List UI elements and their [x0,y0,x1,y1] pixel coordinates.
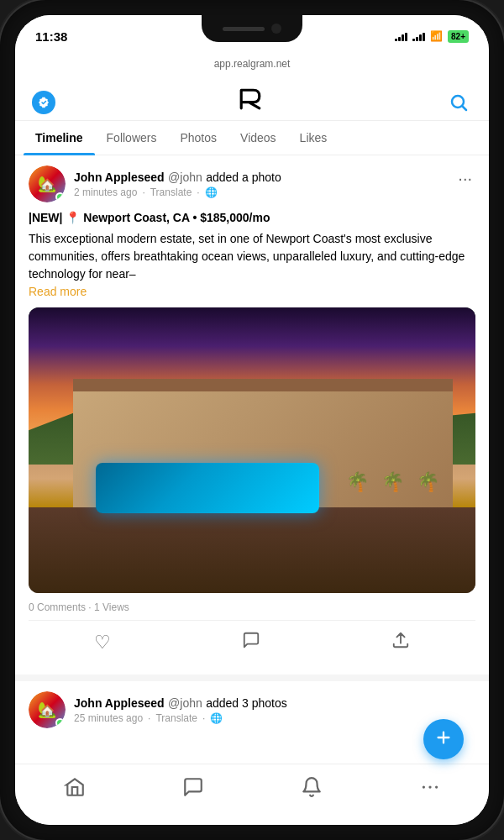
avatar-2: 🏡 [29,691,66,728]
camera-notch [202,15,302,42]
translate-2[interactable]: Translate [155,712,197,724]
post-action-1: added a photo [206,171,281,184]
nav-messages[interactable] [165,773,221,801]
nav-tabs: Timeline Followers Photos Videos Likes [15,121,489,155]
bottom-nav [15,764,489,825]
time-ago-1: 2 minutes ago [74,186,137,198]
camera [271,24,281,34]
meta-dot-2: · [197,186,199,198]
content-line1: |NEW| 📍 Newport Coast, CA • $185,000/mo [29,209,475,227]
like-icon: ♡ [94,632,111,654]
post-2: 🏡 John Appleseed @john added 3 photos 25… [15,681,489,745]
globe-icon-2: 🌐 [210,712,223,724]
post-action-2: added 3 photos [206,696,287,710]
more-options-1[interactable]: ··· [454,165,475,192]
post-1: 🏡 John Appleseed @john added a photo 2 m… [15,155,489,681]
palm-2: 🌴 [381,478,404,493]
content-line2: This exceptional modern estate, set in o… [29,230,475,283]
online-indicator-2 [55,718,65,727]
bar3 [402,34,404,41]
user-handle-1: @john [168,171,202,184]
url-bar: app.realgram.net [15,52,489,77]
user-name-2: John Appleseed [74,696,165,710]
roof [73,379,453,391]
status-icons: 📶 82+ [395,30,469,43]
post-image-1: 🌴 🌴 🌴 [29,307,475,593]
read-more-link[interactable]: Read more [29,285,87,298]
meta-dot-1: · [142,186,144,198]
share-button[interactable] [378,624,423,661]
meta-dot-4: · [202,712,205,724]
url-text: app.realgram.net [214,58,291,70]
post-meta-1: 2 minutes ago · Translate · 🌐 [74,186,281,198]
svg-point-3 [434,785,437,788]
palm-1: 🌴 [346,478,369,493]
app-header [15,77,489,121]
online-indicator-1 [55,192,65,202]
status-time: 11:38 [35,29,67,44]
signal-bars [395,31,407,41]
post-user-1: 🏡 John Appleseed @john added a photo 2 m… [29,165,281,202]
nav-home[interactable] [47,773,102,801]
app-logo [235,84,265,120]
tab-followers[interactable]: Followers [95,121,169,155]
dbar4 [423,33,425,41]
palm-top-3: 🌴 [417,471,439,493]
bar1 [395,39,397,41]
nav-notifications[interactable] [284,773,339,801]
meta-dot-3: · [148,712,150,724]
post-header-2: 🏡 John Appleseed @john added 3 photos 25… [29,691,475,728]
pool [96,463,319,513]
search-button[interactable] [445,89,472,116]
post-meta-2: 25 minutes ago · Translate · 🌐 [74,712,287,724]
compose-icon [434,728,453,751]
palm-trees: 🌴 🌴 🌴 [346,478,439,493]
dbar3 [419,34,422,41]
post-header-1: 🏡 John Appleseed @john added a photo 2 m… [29,165,475,202]
share-icon [391,631,410,654]
user-info-1: John Appleseed @john added a photo 2 min… [74,170,281,198]
battery-badge: 82+ [448,30,469,43]
time-ago-2: 25 minutes ago [74,712,143,724]
bar2 [398,37,401,41]
avatar-1: 🏡 [29,165,66,202]
wifi-icon: 📶 [430,30,443,42]
palm-top-2: 🌴 [381,471,404,493]
user-handle-2: @john [168,696,202,710]
post-stats-1: 0 Comments · 1 Views [29,601,475,613]
globe-icon-1: 🌐 [205,186,218,198]
comment-button[interactable] [228,624,274,661]
user-name-1: John Appleseed [74,171,165,184]
user-info-2: John Appleseed @john added 3 photos 25 m… [74,696,287,724]
user-name-action-1: John Appleseed @john added a photo [74,170,281,185]
bar4 [405,33,407,41]
compose-fab[interactable] [423,719,464,759]
tab-videos[interactable]: Videos [228,121,288,155]
dbar2 [416,37,418,41]
user-name-action-2: John Appleseed @john added 3 photos [74,696,287,711]
svg-point-1 [422,785,424,788]
palm-3: 🌴 [417,478,439,493]
comment-icon [242,631,260,654]
like-button[interactable]: ♡ [81,624,124,661]
feed: 🏡 John Appleseed @john added a photo 2 m… [15,155,489,764]
ground [29,507,475,593]
nav-more[interactable] [402,773,458,801]
tab-likes[interactable]: Likes [288,121,339,155]
post-user-2: 🏡 John Appleseed @john added 3 photos 25… [29,691,287,728]
svg-point-2 [428,785,431,788]
estate-image: 🌴 🌴 🌴 [29,307,475,593]
data-bars [412,31,425,41]
post-content-1: |NEW| 📍 Newport Coast, CA • $185,000/mo … [29,209,475,301]
translate-1[interactable]: Translate [150,186,192,198]
dbar1 [412,39,415,41]
palm-top-1: 🌴 [346,471,369,493]
verified-badge[interactable] [32,91,55,114]
post-actions-1: ♡ [29,620,475,664]
tab-photos[interactable]: Photos [168,121,228,155]
status-bar: 11:38 📶 82+ [15,15,489,52]
estate-visual: 🌴 🌴 🌴 [29,307,475,593]
tab-timeline[interactable]: Timeline [24,121,95,155]
speaker [223,27,265,31]
